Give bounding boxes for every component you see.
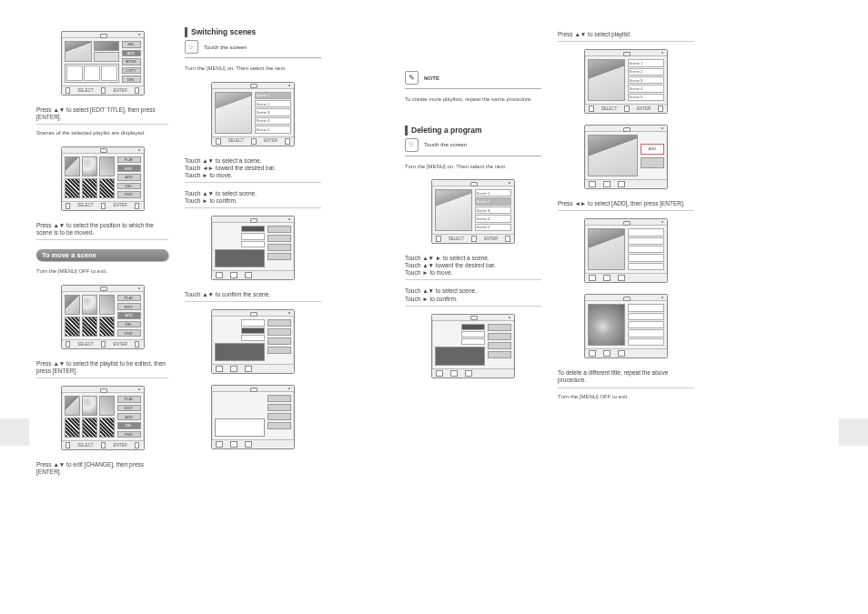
note-title: NOTE [424, 75, 439, 82]
screen-preview-list-4 [584, 218, 668, 283]
add-button: ADD [641, 144, 664, 155]
side-btn: SEL [122, 41, 141, 48]
step-text: Press ▲▼ to select [EDIT TITLE], then pr… [36, 106, 168, 125]
icon-label: Touch the screen [204, 44, 247, 51]
screen-preview-list-2: Scene 1 Scene 2 Scene 3 Scene 4 Scene 5 … [431, 179, 515, 244]
paragraph: Turn the [MENU] on. Then select the item… [185, 65, 321, 73]
paragraph: To create more playlists, repeat the sam… [405, 96, 541, 104]
screen-preview-split-2 [211, 309, 295, 374]
page-tab-right [839, 418, 868, 446]
step-text: Press ◄► to select [ADD], then press [EN… [558, 200, 694, 211]
screen-edit-grid-1: SEL ADD MOVE COPY DEL SELECTENTER [61, 31, 145, 96]
touch-icon: ☞ [405, 138, 419, 152]
step-text: Touch ▲▼ to confirm the scene. [185, 291, 321, 302]
screen-thumb-grid-1: PLAY EDIT ADD DEL END SELECTENTER [61, 146, 145, 211]
screen-preview-list-1: Scene 1 Scene 2 Scene 3 Scene 4 Scene 5 … [211, 82, 295, 146]
step-text: Press ▲▼ to edit [CHANGE], then press [E… [36, 461, 168, 478]
screen-thumb-grid-3: PLAY EDIT ADD DEL END SELECTENTER [61, 386, 145, 450]
step-text: Press ▲▼ to select playlist. [558, 31, 694, 42]
side-btn: ADD [122, 50, 141, 57]
step-text: Touch ▲▼ to select a scene. Touch ◄► tow… [185, 157, 321, 183]
side-btn: DEL [122, 75, 141, 83]
header-bar-icon [185, 27, 187, 37]
step-text: Touch ▲▼ to select scene. Touch ► to con… [405, 287, 541, 306]
step-text: Touch ▲▼ ► to select a scene. Touch ▲▼ t… [405, 255, 541, 280]
side-btn: COPY [122, 67, 141, 75]
screen-preview-list-3: Scene 1 Scene 2 Scene 3 Scene 4 Scene 5 … [584, 49, 668, 114]
paragraph: Turn the [MENU] on. Then select the item… [405, 164, 541, 171]
paragraph: Scenes of the selected playlist are disp… [36, 130, 168, 137]
paragraph: Turn the [MENU] OFF to exit. [36, 268, 168, 276]
step-text: Touch ▲▼ to select scene. Touch ► to con… [185, 190, 321, 208]
section-pill: To move a scene [36, 249, 168, 261]
header-title: Switching scenes [191, 27, 256, 37]
screen-preview-split-1 [211, 216, 295, 280]
screen-preview-split-4 [431, 314, 515, 378]
page-tab-left [0, 418, 29, 446]
section-header: Switching scenes [185, 27, 321, 37]
screen-preview-add: ADD [584, 125, 668, 189]
header-bar-icon [405, 126, 408, 136]
header-title: Deleting a program [411, 126, 481, 136]
note-icon: ✎ [405, 71, 419, 85]
screen-thumb-grid-2: PLAY EDIT ADD DEL END SELECTENTER [61, 285, 145, 349]
screen-preview-list-5 [584, 294, 668, 358]
step-text: To delete a different title, repeat the … [558, 369, 694, 388]
icon-label: Touch the screen [424, 141, 467, 148]
step-text: Press ▲▼ to select the position to which… [36, 222, 168, 240]
touch-icon: ☞ [185, 40, 198, 54]
step-text: Press ▲▼ to select the playlist to be ed… [36, 360, 168, 378]
section-header: Deleting a program [405, 126, 541, 136]
side-btn: MOVE [122, 58, 141, 65]
screen-preview-split-3 [211, 385, 295, 449]
paragraph: Turn the [MENU] OFF to exit. [558, 394, 694, 401]
